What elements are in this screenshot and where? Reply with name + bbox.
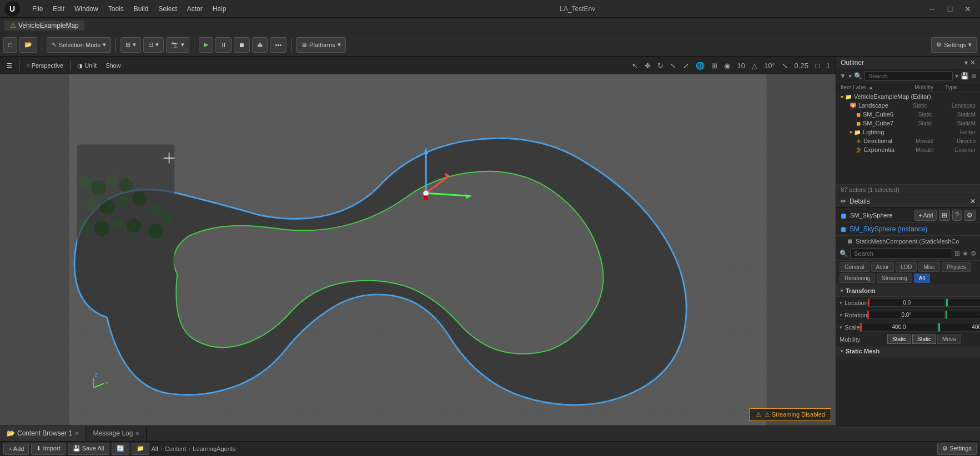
unlit-button[interactable]: ◑ Unlit: [74, 61, 100, 70]
maximize-icon[interactable]: ⤢: [681, 60, 691, 71]
menu-help[interactable]: Help: [208, 4, 231, 14]
perspective-button[interactable]: ○ Perspective: [23, 61, 67, 70]
move-icon[interactable]: ✥: [642, 60, 653, 71]
transform-section-header[interactable]: ▾ Transform: [836, 285, 980, 297]
maximize-button[interactable]: □: [942, 3, 958, 14]
viewport[interactable]: ☰ ○ Perspective ◑ Unlit Show ↖ ✥ ↻ ⤡ ⤢ 🌐: [0, 57, 836, 425]
details-help-button[interactable]: ?: [952, 210, 962, 221]
outliner-add-icon[interactable]: ⊕: [971, 72, 977, 80]
new-button[interactable]: □: [3, 37, 17, 53]
actor-instance-row[interactable]: ◼ SM_SkySphere (Instance): [836, 223, 980, 236]
menu-file[interactable]: File: [28, 4, 47, 14]
location-x-input[interactable]: [868, 298, 945, 307]
breadcrumb-learningagents[interactable]: LearningAgents: [193, 445, 235, 452]
tree-item-lighting[interactable]: ▾ 📁 Lighting Folder: [836, 128, 980, 136]
outliner-close-button[interactable]: ✕: [970, 59, 976, 67]
tab-misc[interactable]: Misc: [918, 262, 940, 272]
breadcrumb-content[interactable]: Content: [165, 445, 187, 452]
camera-icon2[interactable]: □: [813, 60, 822, 71]
tree-item-landscape[interactable]: 🌄 Landscape Static Landscap: [836, 101, 980, 110]
select-icon[interactable]: ↖: [630, 60, 640, 71]
stop-button[interactable]: ⏹: [234, 37, 250, 53]
close-button[interactable]: ✕: [960, 3, 976, 14]
mob-stationary-button[interactable]: Static: [912, 335, 936, 344]
scale-x-input[interactable]: [860, 323, 937, 332]
tab-physics[interactable]: Physics: [942, 262, 971, 272]
rotation-y-input[interactable]: [946, 311, 980, 319]
globe-icon[interactable]: 🌐: [693, 60, 707, 71]
viewport-menu-button[interactable]: ☰: [3, 61, 16, 70]
outliner-options-icon[interactable]: ▾: [964, 59, 968, 67]
content-browser-tab[interactable]: 📂 Content Browser 1 ✕: [0, 426, 86, 441]
location-y-input[interactable]: [946, 298, 980, 307]
menu-tools[interactable]: Tools: [104, 4, 128, 14]
cb-settings-button[interactable]: ⚙ Settings: [937, 443, 977, 455]
add-component-button[interactable]: + Add: [914, 210, 937, 221]
scale-icon[interactable]: ⤡: [668, 60, 679, 71]
folder-button[interactable]: 📁: [132, 443, 149, 455]
outliner-save-icon[interactable]: 💾: [961, 72, 969, 80]
menu-select[interactable]: Select: [154, 4, 181, 14]
refresh-button[interactable]: 🔄: [112, 443, 129, 455]
static-mesh-component-row[interactable]: ◼ StaticMeshComponent (StaticMeshCo: [836, 236, 980, 247]
open-button[interactable]: 📂: [19, 37, 37, 53]
mob-static-button[interactable]: Static: [887, 335, 911, 344]
filter-arrow-icon[interactable]: ▾: [848, 72, 852, 80]
tab-lod[interactable]: LOD: [896, 262, 917, 272]
tab-actor[interactable]: Actor: [871, 262, 894, 272]
play-button[interactable]: ▶: [199, 37, 213, 53]
save-all-button[interactable]: 💾 Save All: [68, 443, 109, 455]
settings-button[interactable]: ⚙ Settings ▾: [931, 37, 977, 53]
scale-icon2[interactable]: ⤡: [780, 60, 790, 71]
menu-edit[interactable]: Edit: [48, 4, 69, 14]
transform-button[interactable]: ⊞ ▾: [120, 37, 141, 53]
rotate-icon[interactable]: ↻: [655, 60, 666, 71]
tree-item-exponential[interactable]: 🌫 Exponentia Movabl Exponer: [836, 145, 980, 154]
tab-general[interactable]: General: [840, 262, 870, 272]
menu-build[interactable]: Build: [129, 4, 153, 14]
eject-button[interactable]: ⏏: [252, 37, 268, 53]
rotation-x-input[interactable]: [867, 311, 944, 319]
pause-button[interactable]: ⏸: [215, 37, 232, 53]
grid-icon[interactable]: ⊞: [709, 60, 720, 71]
menu-actor[interactable]: Actor: [183, 4, 207, 14]
add-button[interactable]: + Add: [3, 443, 29, 455]
import-button[interactable]: ⬇ Import: [31, 443, 65, 455]
scale-label[interactable]: ▾ Scale: [840, 324, 860, 331]
tree-item-smcube7[interactable]: ◼ SM_Cube7 Static StaticM: [836, 119, 980, 128]
filter-icon[interactable]: ▼: [840, 72, 846, 80]
outliner-search-input[interactable]: [865, 71, 953, 81]
details-search-input[interactable]: [850, 249, 952, 259]
snap-button[interactable]: ⊡ ▾: [143, 37, 164, 53]
tree-item-directional[interactable]: ☀ Directional Movabl Directio: [836, 136, 980, 145]
menu-window[interactable]: Window: [70, 4, 103, 14]
details-grid-icon[interactable]: ⊞: [954, 250, 960, 257]
more-button[interactable]: •••: [270, 37, 287, 53]
angle-icon[interactable]: △: [750, 60, 760, 71]
breadcrumb-all[interactable]: All: [152, 445, 158, 452]
rotation-label[interactable]: ▾ Rotation: [840, 312, 867, 318]
message-log-tab[interactable]: Message Log ✕: [86, 426, 147, 441]
map-tab[interactable]: ⚠ VehicleExampleMap: [4, 21, 84, 31]
message-log-close-button[interactable]: ✕: [135, 430, 139, 437]
details-gear-icon[interactable]: ⚙: [971, 250, 977, 257]
camera-button[interactable]: 📷 ▾: [166, 37, 189, 53]
details-close-button[interactable]: ✕: [970, 197, 976, 205]
tab-streaming[interactable]: Streaming: [877, 273, 912, 283]
minimize-button[interactable]: ─: [924, 3, 940, 14]
platforms-button[interactable]: 🖥 Platforms ▾: [296, 37, 345, 53]
details-grid-button[interactable]: ⊞: [939, 210, 950, 221]
tree-item-vehiclemap[interactable]: ▾ 📁 VehicleExampleMap (Editor): [836, 92, 980, 101]
details-options-button[interactable]: ⚙: [964, 210, 976, 221]
details-star-icon[interactable]: ★: [962, 250, 968, 257]
tab-all[interactable]: All: [914, 273, 930, 283]
selection-mode-button[interactable]: ↖ Selection Mode ▾: [47, 37, 112, 53]
content-browser-close-button[interactable]: ✕: [74, 430, 79, 437]
mob-movable-button[interactable]: Mova: [937, 335, 961, 344]
show-button[interactable]: Show: [102, 61, 124, 70]
scale-y-input[interactable]: [938, 323, 980, 332]
tab-rendering[interactable]: Rendering: [840, 273, 875, 283]
tree-item-smcube6[interactable]: ◼ SM_Cube6 Static StaticM: [836, 110, 980, 119]
static-mesh-section-header[interactable]: ▾ Static Mesh: [836, 346, 980, 357]
outliner-search-arrow[interactable]: ▾: [955, 72, 958, 80]
